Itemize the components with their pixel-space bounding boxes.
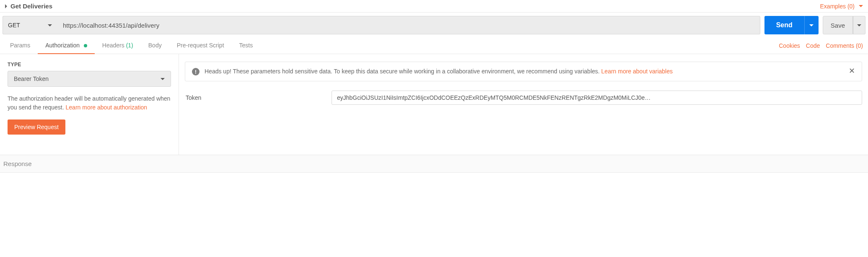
close-notice-button[interactable]: ✕ bbox=[849, 67, 855, 75]
notice-prefix: Heads up! bbox=[205, 68, 231, 75]
tab-authorization-label: Authorization bbox=[45, 42, 80, 49]
token-input[interactable] bbox=[332, 91, 862, 105]
save-button[interactable]: Save bbox=[823, 16, 853, 34]
tab-prerequest-script[interactable]: Pre-request Script bbox=[169, 38, 232, 54]
auth-type-select[interactable]: Bearer Token bbox=[8, 71, 171, 87]
chevron-down-icon bbox=[859, 5, 863, 7]
sensitive-data-notice: ! Heads up! These parameters hold sensit… bbox=[185, 62, 862, 81]
chevron-down-icon bbox=[857, 24, 861, 26]
notice-body: These parameters hold sensitive data. To… bbox=[231, 68, 601, 75]
http-method-value: GET bbox=[8, 22, 20, 29]
learn-more-authorization-link[interactable]: Learn more about authorization bbox=[66, 104, 148, 111]
cookies-link[interactable]: Cookies bbox=[779, 42, 800, 49]
http-method-select[interactable]: GET bbox=[3, 16, 57, 34]
notice-text: Heads up! These parameters hold sensitiv… bbox=[205, 67, 845, 76]
send-button[interactable]: Send bbox=[764, 16, 804, 34]
auth-description: The authorization header will be automat… bbox=[8, 94, 171, 112]
tab-body[interactable]: Body bbox=[141, 38, 169, 54]
send-dropdown-button[interactable] bbox=[804, 16, 819, 34]
response-section-header[interactable]: Response bbox=[0, 155, 868, 173]
comments-link[interactable]: Comments (0) bbox=[826, 42, 863, 49]
tab-params[interactable]: Params bbox=[3, 38, 38, 54]
auth-type-value: Bearer Token bbox=[14, 75, 49, 82]
active-indicator-dot-icon bbox=[84, 44, 87, 47]
code-link[interactable]: Code bbox=[806, 42, 820, 49]
chevron-down-icon bbox=[48, 24, 52, 26]
request-name-text: Get Deliveries bbox=[10, 3, 52, 10]
examples-dropdown[interactable]: Examples (0) bbox=[820, 3, 863, 10]
tab-headers-label: Headers bbox=[102, 42, 124, 49]
info-icon: ! bbox=[192, 68, 200, 75]
tab-headers[interactable]: Headers (1) bbox=[95, 38, 141, 54]
expand-triangle-icon bbox=[5, 4, 7, 8]
auth-type-label: TYPE bbox=[8, 62, 171, 67]
token-label: Token bbox=[185, 94, 332, 101]
request-name[interactable]: Get Deliveries bbox=[5, 3, 52, 10]
chevron-down-icon bbox=[809, 24, 814, 26]
examples-label: Examples (0) bbox=[820, 3, 855, 10]
url-input[interactable] bbox=[57, 16, 760, 34]
chevron-down-icon bbox=[161, 78, 165, 80]
tab-authorization[interactable]: Authorization bbox=[38, 38, 95, 54]
preview-request-button[interactable]: Preview Request bbox=[8, 119, 65, 135]
tab-tests[interactable]: Tests bbox=[232, 38, 261, 54]
learn-more-variables-link[interactable]: Learn more about variables bbox=[601, 68, 673, 75]
tab-headers-count: (1) bbox=[126, 42, 133, 49]
save-dropdown-button[interactable] bbox=[853, 16, 865, 34]
